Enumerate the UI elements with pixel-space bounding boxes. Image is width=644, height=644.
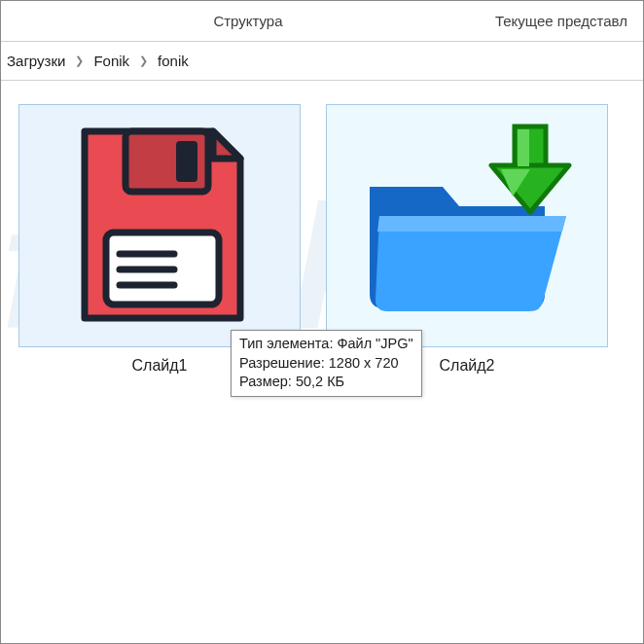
file-thumbnail-1[interactable]	[18, 104, 301, 347]
breadcrumb[interactable]: Загрузки ❯ Fonik ❯ fonik	[1, 42, 643, 81]
breadcrumb-part-1[interactable]: Fonik	[89, 53, 133, 69]
chevron-right-icon: ❯	[69, 54, 89, 67]
folder-download-icon	[350, 119, 584, 333]
header-row: Структура Текущее представл	[1, 1, 643, 42]
svg-rect-1	[176, 141, 197, 182]
chevron-right-icon: ❯	[133, 54, 154, 67]
header-current-view[interactable]: Текущее представл	[487, 13, 635, 29]
file-label-1: Слайд1	[132, 357, 188, 375]
tooltip-size: Размер: 50,2 КБ	[239, 373, 413, 392]
breadcrumb-part-0[interactable]: Загрузки	[3, 53, 69, 69]
header-structure[interactable]: Структура	[9, 13, 487, 29]
tooltip-type: Тип элемента: Файл "JPG"	[239, 335, 413, 354]
file-tooltip: Тип элемента: Файл "JPG" Разрешение: 128…	[231, 330, 422, 397]
file-thumbnail-2[interactable]	[326, 104, 608, 347]
tooltip-resolution: Разрешение: 1280 x 720	[239, 354, 413, 374]
floppy-disk-icon	[67, 124, 252, 328]
svg-rect-8	[518, 129, 529, 166]
file-label-2: Слайд2	[440, 357, 495, 375]
breadcrumb-part-2[interactable]: fonik	[154, 53, 193, 69]
